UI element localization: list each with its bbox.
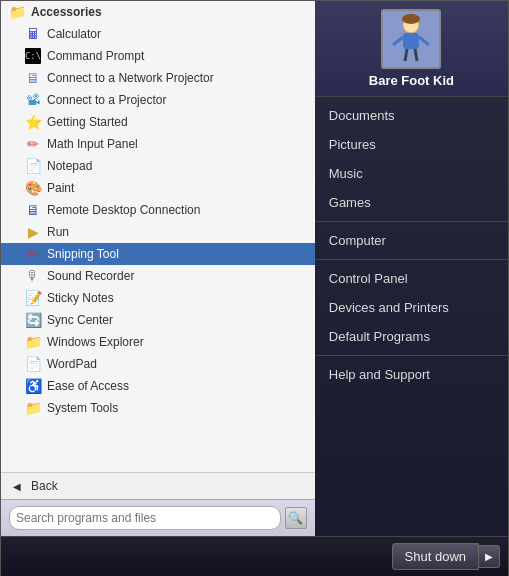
start-menu: 📁 Accessories 🖩 Calculator C:\ Command P…: [0, 0, 509, 576]
right-links: Documents Pictures Music Games Computer …: [315, 97, 508, 536]
item-label: Connect to a Network Projector: [47, 71, 214, 85]
list-item[interactable]: ▶ Run: [1, 221, 315, 243]
item-label: Sound Recorder: [47, 269, 134, 283]
network-projector-icon: 🖥: [25, 70, 41, 86]
projector-icon: 📽: [25, 92, 41, 108]
getting-started-icon: ⭐: [25, 114, 41, 130]
list-item[interactable]: 🎨 Paint: [1, 177, 315, 199]
user-section: Bare Foot Kid: [315, 1, 508, 97]
sound-recorder-icon: 🎙: [25, 268, 41, 284]
list-item[interactable]: ⭐ Getting Started: [1, 111, 315, 133]
list-item[interactable]: 🖥 Connect to a Network Projector: [1, 67, 315, 89]
username: Bare Foot Kid: [369, 73, 454, 88]
item-label: Notepad: [47, 159, 92, 173]
left-footer: ◀ Back: [1, 472, 315, 499]
item-label: Connect to a Projector: [47, 93, 166, 107]
sticky-notes-icon: 📝: [25, 290, 41, 306]
svg-rect-3: [403, 33, 419, 49]
list-item[interactable]: 🔄 Sync Center: [1, 309, 315, 331]
folder-header: 📁 Accessories: [1, 1, 315, 23]
sidebar-item-documents[interactable]: Documents: [315, 101, 508, 130]
list-item[interactable]: 📽 Connect to a Projector: [1, 89, 315, 111]
item-label: Math Input Panel: [47, 137, 138, 151]
sidebar-item-games[interactable]: Games: [315, 188, 508, 217]
left-panel: 📁 Accessories 🖩 Calculator C:\ Command P…: [1, 1, 315, 536]
search-button[interactable]: 🔍: [285, 507, 307, 529]
item-label: Ease of Access: [47, 379, 129, 393]
list-item[interactable]: 🎙 Sound Recorder: [1, 265, 315, 287]
menu-body: 📁 Accessories 🖩 Calculator C:\ Command P…: [1, 1, 508, 536]
snipping-tool-item[interactable]: ✂ Snipping Tool: [1, 243, 315, 265]
right-divider: [315, 259, 508, 260]
sidebar-item-default-programs[interactable]: Default Programs: [315, 322, 508, 351]
list-item[interactable]: 📄 WordPad: [1, 353, 315, 375]
item-label: WordPad: [47, 357, 97, 371]
item-label: Remote Desktop Connection: [47, 203, 200, 217]
list-item[interactable]: ✏ Math Input Panel: [1, 133, 315, 155]
sidebar-item-control-panel[interactable]: Control Panel: [315, 264, 508, 293]
search-input[interactable]: [9, 506, 281, 530]
sidebar-item-devices-printers[interactable]: Devices and Printers: [315, 293, 508, 322]
paint-icon: 🎨: [25, 180, 41, 196]
search-icon: 🔍: [288, 511, 303, 525]
run-icon: ▶: [25, 224, 41, 240]
item-label: Windows Explorer: [47, 335, 144, 349]
ease-of-access-icon: ♿: [25, 378, 41, 394]
item-label: Getting Started: [47, 115, 128, 129]
item-label: Calculator: [47, 27, 101, 41]
svg-line-5: [415, 49, 417, 61]
list-item[interactable]: 📝 Sticky Notes: [1, 287, 315, 309]
remote-desktop-icon: 🖥: [25, 202, 41, 218]
snipping-tool-icon: ✂: [25, 246, 41, 262]
sidebar-item-music[interactable]: Music: [315, 159, 508, 188]
system-tools-icon: 📁: [25, 400, 41, 416]
list-item[interactable]: 📁 Windows Explorer: [1, 331, 315, 353]
item-label: System Tools: [47, 401, 118, 415]
back-label: Back: [31, 479, 58, 493]
item-label: Sticky Notes: [47, 291, 114, 305]
bottom-bar: Shut down ▶: [1, 536, 508, 576]
sync-center-icon: 🔄: [25, 312, 41, 328]
right-panel: Bare Foot Kid Documents Pictures Music G…: [315, 1, 508, 536]
notepad-icon: 📄: [25, 158, 41, 174]
item-label: Run: [47, 225, 69, 239]
calculator-icon: 🖩: [25, 26, 41, 42]
sidebar-item-help-support[interactable]: Help and Support: [315, 360, 508, 389]
shutdown-arrow-icon: ▶: [485, 551, 493, 562]
sidebar-item-computer[interactable]: Computer: [315, 226, 508, 255]
shutdown-arrow-button[interactable]: ▶: [479, 545, 500, 568]
shutdown-label: Shut down: [405, 549, 466, 564]
right-divider: [315, 355, 508, 356]
avatar: [381, 9, 441, 69]
programs-list[interactable]: 🖩 Calculator C:\ Command Prompt 🖥 Connec…: [1, 23, 315, 472]
ease-of-access-item[interactable]: ♿ Ease of Access: [1, 375, 315, 397]
list-item[interactable]: 🖥 Remote Desktop Connection: [1, 199, 315, 221]
item-label: Snipping Tool: [47, 247, 119, 261]
folder-icon: 📁: [9, 4, 25, 20]
list-item[interactable]: 📁 System Tools: [1, 397, 315, 419]
search-box-container: 🔍: [1, 499, 315, 536]
cmd-icon: C:\: [25, 48, 41, 64]
svg-point-2: [402, 14, 420, 24]
folder-label: Accessories: [31, 5, 102, 19]
windows-explorer-icon: 📁: [25, 334, 41, 350]
list-item[interactable]: 📄 Notepad: [1, 155, 315, 177]
item-label: Command Prompt: [47, 49, 144, 63]
shutdown-button[interactable]: Shut down: [392, 543, 479, 570]
wordpad-icon: 📄: [25, 356, 41, 372]
list-item[interactable]: C:\ Command Prompt: [1, 45, 315, 67]
sidebar-item-pictures[interactable]: Pictures: [315, 130, 508, 159]
item-label: Sync Center: [47, 313, 113, 327]
right-divider: [315, 221, 508, 222]
list-item[interactable]: 🖩 Calculator: [1, 23, 315, 45]
math-icon: ✏: [25, 136, 41, 152]
back-button[interactable]: ◀ Back: [1, 473, 315, 499]
item-label: Paint: [47, 181, 74, 195]
back-arrow-icon: ◀: [9, 478, 25, 494]
svg-line-4: [405, 49, 407, 61]
